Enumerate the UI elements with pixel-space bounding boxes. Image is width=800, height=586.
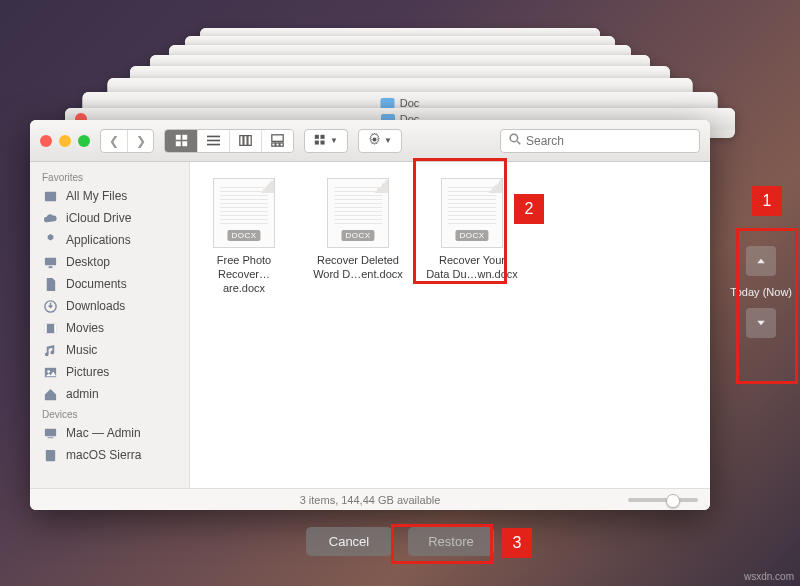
view-list-button[interactable]	[197, 130, 229, 152]
file-ext: DOCX	[227, 230, 260, 241]
movies-icon	[42, 320, 58, 336]
svg-rect-26	[44, 323, 46, 332]
sidebar-section-devices: Devices	[30, 405, 189, 422]
nav-forward-button[interactable]: ❯	[127, 130, 153, 152]
desktop-icon	[42, 254, 58, 270]
sidebar-item-music[interactable]: Music	[30, 339, 189, 361]
svg-rect-13	[280, 143, 283, 146]
sidebar-item-mac[interactable]: Mac — Admin	[30, 422, 189, 444]
svg-rect-23	[48, 266, 52, 268]
svg-rect-8	[244, 136, 247, 146]
view-icons-button[interactable]	[165, 130, 197, 152]
svg-rect-2	[175, 141, 180, 146]
sidebar-item-label: iCloud Drive	[66, 211, 131, 225]
finder-window: ❮ ❯ ▼ ▼	[30, 120, 710, 510]
sidebar-item-label: Movies	[66, 321, 104, 335]
disk-icon	[42, 447, 58, 463]
file-item[interactable]: DOCX Free Photo Recover…are.docx	[198, 178, 290, 295]
sidebar-item-label: All My Files	[66, 189, 127, 203]
search-icon	[509, 133, 521, 148]
pictures-icon	[42, 364, 58, 380]
svg-rect-32	[45, 449, 54, 460]
action-dropdown[interactable]: ▼	[358, 129, 402, 153]
sidebar-item-label: Desktop	[66, 255, 110, 269]
downloads-icon	[42, 298, 58, 314]
annotation-badge-2: 2	[514, 194, 544, 224]
status-bar: 3 items, 144,44 GB available	[30, 488, 710, 510]
svg-rect-9	[248, 136, 251, 146]
svg-rect-1	[182, 135, 187, 140]
close-icon[interactable]	[40, 135, 52, 147]
arrange-dropdown[interactable]: ▼	[304, 129, 348, 153]
sidebar-item-disk[interactable]: macOS Sierra	[30, 444, 189, 466]
chevron-down-icon: ▼	[330, 136, 338, 145]
svg-rect-31	[47, 437, 53, 438]
sidebar-item-all-my-files[interactable]: All My Files	[30, 185, 189, 207]
svg-rect-10	[272, 135, 283, 142]
svg-rect-16	[315, 141, 319, 145]
nav-back-button[interactable]: ❮	[101, 130, 127, 152]
cancel-button[interactable]: Cancel	[306, 527, 392, 556]
sidebar-item-label: Downloads	[66, 299, 125, 313]
status-text: 3 items, 144,44 GB available	[300, 494, 441, 506]
sidebar-item-downloads[interactable]: Downloads	[30, 295, 189, 317]
sidebar-item-applications[interactable]: Applications	[30, 229, 189, 251]
maximize-icon[interactable]	[78, 135, 90, 147]
sidebar-item-pictures[interactable]: Pictures	[30, 361, 189, 383]
sidebar-item-label: admin	[66, 387, 99, 401]
sidebar-item-label: macOS Sierra	[66, 448, 141, 462]
cancel-label: Cancel	[329, 534, 369, 549]
svg-rect-21	[44, 191, 55, 200]
apps-icon	[42, 232, 58, 248]
cloud-icon	[42, 210, 58, 226]
sidebar-item-movies[interactable]: Movies	[30, 317, 189, 339]
file-name: Recover Deleted Word D…ent.docx	[312, 254, 404, 282]
svg-point-29	[47, 370, 50, 373]
sidebar-item-label: Pictures	[66, 365, 109, 379]
svg-rect-3	[182, 141, 187, 146]
icon-size-slider[interactable]	[628, 498, 698, 502]
sidebar-item-icloud[interactable]: iCloud Drive	[30, 207, 189, 229]
svg-point-18	[373, 137, 377, 141]
documents-icon	[42, 276, 58, 292]
search-input[interactable]	[526, 134, 691, 148]
annotation-box-3	[391, 524, 493, 564]
sidebar-item-admin[interactable]: admin	[30, 383, 189, 405]
annotation-box-1	[736, 228, 798, 384]
music-icon	[42, 342, 58, 358]
annotation-box-2	[413, 158, 507, 284]
file-name: Free Photo Recover…are.docx	[198, 254, 290, 295]
sidebar-item-desktop[interactable]: Desktop	[30, 251, 189, 273]
mac-icon	[42, 425, 58, 441]
sidebar-item-label: Mac — Admin	[66, 426, 141, 440]
all-files-icon	[42, 188, 58, 204]
svg-rect-0	[175, 135, 180, 140]
file-item[interactable]: DOCX Recover Deleted Word D…ent.docx	[312, 178, 404, 295]
search-field[interactable]	[500, 129, 700, 153]
chevron-down-icon: ▼	[384, 136, 392, 145]
view-gallery-button[interactable]	[261, 130, 293, 152]
svg-rect-17	[321, 141, 325, 145]
svg-point-19	[510, 134, 518, 142]
minimize-icon[interactable]	[59, 135, 71, 147]
view-columns-button[interactable]	[229, 130, 261, 152]
svg-rect-6	[207, 144, 220, 146]
sidebar-section-favorites: Favorites	[30, 168, 189, 185]
svg-rect-15	[321, 135, 325, 139]
svg-rect-4	[207, 136, 220, 138]
svg-rect-5	[207, 140, 220, 142]
sidebar-item-documents[interactable]: Documents	[30, 273, 189, 295]
svg-rect-12	[276, 143, 279, 146]
svg-line-20	[517, 141, 520, 144]
file-ext: DOCX	[341, 230, 374, 241]
svg-rect-22	[44, 257, 55, 265]
toolbar: ❮ ❯ ▼ ▼	[30, 120, 710, 162]
svg-rect-11	[272, 143, 275, 146]
sidebar-item-label: Documents	[66, 277, 127, 291]
svg-rect-14	[315, 135, 319, 139]
sidebar: Favorites All My Files iCloud Drive Appl…	[30, 162, 190, 488]
sidebar-item-label: Applications	[66, 233, 131, 247]
svg-rect-27	[54, 323, 56, 332]
svg-rect-7	[240, 136, 243, 146]
annotation-badge-1: 1	[752, 186, 782, 216]
